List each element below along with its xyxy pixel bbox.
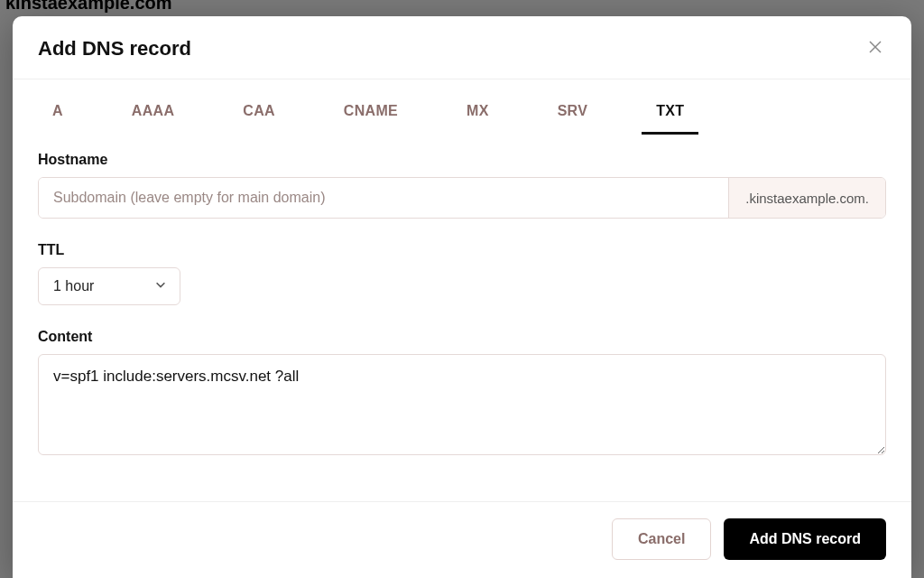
tab-cname[interactable]: CNAME (329, 92, 412, 135)
modal-footer: Cancel Add DNS record (13, 501, 911, 578)
close-icon (868, 40, 882, 57)
chevron-down-icon (154, 278, 167, 294)
cancel-button[interactable]: Cancel (612, 518, 711, 560)
tab-caa[interactable]: CAA (228, 92, 290, 135)
ttl-value: 1 hour (53, 278, 94, 294)
tab-srv[interactable]: SRV (543, 92, 603, 135)
content-label: Content (38, 329, 886, 345)
submit-button[interactable]: Add DNS record (724, 518, 886, 560)
content-field-group: Content (38, 329, 886, 459)
background-heading: kinstaexample.com (5, 0, 172, 14)
hostname-input[interactable] (39, 178, 728, 218)
add-dns-record-modal: Add DNS record A AAAA CAA CNAME MX SRV T… (13, 16, 911, 578)
ttl-select[interactable]: 1 hour (38, 267, 180, 305)
hostname-field-group: Hostname .kinstaexample.com. (38, 152, 886, 219)
tab-aaaa[interactable]: AAAA (117, 92, 189, 135)
tab-a[interactable]: A (38, 92, 78, 135)
ttl-field-group: TTL 1 hour (38, 242, 886, 305)
modal-title: Add DNS record (38, 37, 191, 61)
hostname-label: Hostname (38, 152, 886, 168)
modal-header: Add DNS record (13, 16, 911, 79)
tab-mx[interactable]: MX (452, 92, 504, 135)
record-type-tabs: A AAAA CAA CNAME MX SRV TXT (13, 92, 911, 135)
modal-body: Hostname .kinstaexample.com. TTL 1 hour … (13, 135, 911, 501)
content-textarea[interactable] (38, 354, 886, 455)
tab-txt[interactable]: TXT (642, 92, 698, 135)
hostname-suffix: .kinstaexample.com. (728, 178, 885, 218)
ttl-label: TTL (38, 242, 886, 258)
hostname-input-wrap: .kinstaexample.com. (38, 177, 886, 219)
close-button[interactable] (864, 36, 886, 61)
